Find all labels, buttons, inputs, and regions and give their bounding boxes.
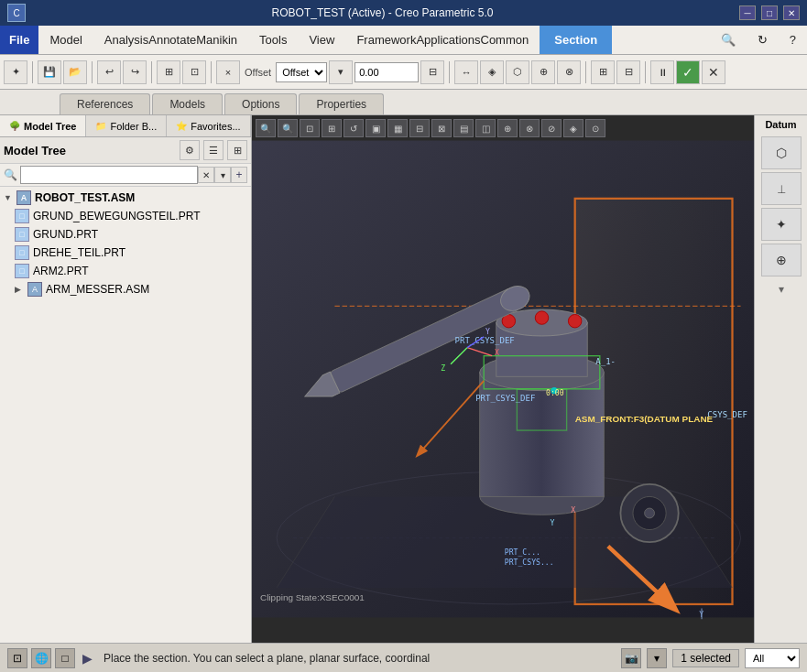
vp-zoom-in[interactable]: 🔍 xyxy=(256,119,276,137)
menu-view[interactable]: View xyxy=(298,26,345,54)
menu-tools[interactable]: Tools xyxy=(248,26,298,54)
scene-svg: PRT_CSYS_DEF X Z Y PRT_CSYS_DEF 0:00 A_1… xyxy=(252,115,754,643)
tree-columns-btn[interactable]: ☰ xyxy=(203,140,224,160)
offset-arrow[interactable]: ▾ xyxy=(329,60,353,84)
filter-select[interactable]: All xyxy=(745,648,800,668)
svg-text:Y: Y xyxy=(551,518,555,527)
mt-tab-folder[interactable]: 📁 Folder B... xyxy=(86,115,167,136)
vp-view1[interactable]: ▣ xyxy=(365,119,386,137)
vp-wire[interactable]: ◫ xyxy=(475,119,496,137)
datum-axis-btn[interactable]: ⟂ xyxy=(761,172,802,205)
tree-search-options[interactable]: ▾ xyxy=(214,167,231,183)
tb-arrow-btn[interactable]: ↔ xyxy=(454,60,478,84)
tree-expand-btn[interactable]: ⊞ xyxy=(227,140,247,160)
svg-text:A_1-: A_1- xyxy=(595,357,616,366)
vp-display5[interactable]: ⊙ xyxy=(585,119,605,137)
vp-shade[interactable]: ▤ xyxy=(453,119,474,137)
svg-text:PRT_C...: PRT_C... xyxy=(505,547,540,557)
datum-csys-btn[interactable]: ⊕ xyxy=(761,244,802,276)
viewport[interactable]: PRT_CSYS_DEF X Z Y PRT_CSYS_DEF 0:00 A_1… xyxy=(252,115,754,643)
vp-view4[interactable]: ⊠ xyxy=(431,119,452,137)
minimize-button[interactable]: ─ xyxy=(739,5,756,20)
vp-rotate[interactable]: ↺ xyxy=(344,119,364,137)
tab-references[interactable]: References xyxy=(60,93,150,114)
tb-icon-btn-1[interactable]: ✦ xyxy=(4,60,27,84)
status-icon-1[interactable]: ⊡ xyxy=(7,648,27,668)
tb-open-btn[interactable]: 📂 xyxy=(63,60,87,84)
svg-text:X: X xyxy=(495,348,499,357)
tb-square-btn[interactable]: ⊞ xyxy=(591,60,615,84)
tree-add-btn[interactable]: + xyxy=(231,167,247,183)
help-refresh-button[interactable]: ↻ xyxy=(747,26,779,54)
vp-display3[interactable]: ⊘ xyxy=(541,119,562,137)
mt-tab-model-tree[interactable]: 🌳 Model Tree xyxy=(0,115,86,136)
vp-view2[interactable]: ▦ xyxy=(387,119,408,137)
vp-view3[interactable]: ⊟ xyxy=(409,119,430,137)
tree-search-row: 🔍 ✕ ▾ + xyxy=(0,164,251,187)
offset-type-select[interactable]: Offset xyxy=(276,62,327,82)
close-button[interactable]: ✕ xyxy=(783,5,800,20)
tb-square2-btn[interactable]: ⊟ xyxy=(616,60,640,84)
maximize-button[interactable]: □ xyxy=(761,5,778,20)
tree-settings-btn[interactable]: ⚙ xyxy=(180,140,200,160)
tree-search-clear[interactable]: ✕ xyxy=(198,167,214,183)
datum-csys-icon: ⊕ xyxy=(776,253,787,267)
menu-analysis[interactable]: AnalysisAnnotateManikin xyxy=(93,26,248,54)
search-button[interactable]: 🔍 xyxy=(710,26,747,54)
tb-ok-btn[interactable]: ✓ xyxy=(676,60,700,84)
status-icon-2[interactable]: 🌐 xyxy=(31,648,51,668)
vp-display1[interactable]: ⊕ xyxy=(497,119,518,137)
status-icon-3[interactable]: □ xyxy=(55,648,75,668)
model-tree-tabs: 🌳 Model Tree 📁 Folder B... ⭐ Favorites..… xyxy=(0,115,251,137)
tree-node-arm2[interactable]: □ ARM2.PRT xyxy=(0,262,251,280)
tree-node-root[interactable]: ▼ A ROBOT_TEST.ASM xyxy=(0,189,251,207)
vp-pan[interactable]: ⊞ xyxy=(322,119,342,137)
status-arrow-btn[interactable]: ▾ xyxy=(647,648,667,668)
tb-plane-btn[interactable]: ⬡ xyxy=(506,60,529,84)
menu-section[interactable]: Section xyxy=(540,26,612,54)
camera-icon[interactable]: 📷 xyxy=(621,648,641,668)
tab-options[interactable]: Options xyxy=(224,93,297,114)
datum-point-btn[interactable]: ✦ xyxy=(761,208,802,241)
tb-pause-btn[interactable]: ⏸ xyxy=(650,60,674,84)
left-panel: 🌳 Model Tree 📁 Folder B... ⭐ Favorites..… xyxy=(0,115,252,643)
vp-zoom-out[interactable]: 🔍 xyxy=(278,119,298,137)
tree-node-grund[interactable]: □ GRUND.PRT xyxy=(0,225,251,244)
toolbar-separator-4 xyxy=(211,61,212,83)
menu-model[interactable]: Model xyxy=(38,26,93,54)
tb-redo-btn[interactable]: ↪ xyxy=(123,60,147,84)
status-message: Place the section. You can select a plan… xyxy=(100,652,614,665)
tree-node-arm-messer[interactable]: ▶ A ARM_MESSER.ASM xyxy=(0,280,251,298)
prt-icon-2: □ xyxy=(15,227,29,242)
asm-icon-arm: A xyxy=(27,282,42,297)
datum-expand-arrow[interactable]: ▾ xyxy=(779,283,784,296)
tab-properties[interactable]: Properties xyxy=(299,93,384,114)
tb-cancel-btn[interactable]: ✕ xyxy=(702,60,725,84)
datum-plane-btn[interactable]: ⬡ xyxy=(761,136,802,169)
toolbar-separator-2 xyxy=(92,61,93,83)
tree-node-drehe[interactable]: □ DREHE_TEIL.PRT xyxy=(0,244,251,262)
offset-icon[interactable]: × xyxy=(216,60,240,84)
tb-misc-btn[interactable]: ⊞ xyxy=(157,60,180,84)
tab-models[interactable]: Models xyxy=(152,93,223,114)
viewport-toolbar: 🔍 🔍 ⊡ ⊞ ↺ ▣ ▦ ⊟ ⊠ ▤ ◫ ⊕ ⊗ ⊘ ◈ ⊙ xyxy=(256,119,750,137)
menu-framework[interactable]: FrameworkApplicationsCommon xyxy=(345,26,540,54)
menu-file[interactable]: File xyxy=(0,26,38,54)
svg-text:PRT_CSYS_DEF: PRT_CSYS_DEF xyxy=(475,394,535,403)
offset-units-btn[interactable]: ⊟ xyxy=(420,60,444,84)
tree-search-input[interactable] xyxy=(20,166,198,184)
tb-misc2-btn[interactable]: ⊡ xyxy=(182,60,206,84)
vp-zoom-fit[interactable]: ⊡ xyxy=(300,119,320,137)
offset-value-input[interactable] xyxy=(354,62,419,82)
tb-shape-btn[interactable]: ◈ xyxy=(480,60,504,84)
svg-point-26 xyxy=(645,508,655,518)
help-button[interactable]: ? xyxy=(779,26,807,54)
tb-undo-btn[interactable]: ↩ xyxy=(97,60,121,84)
vp-display4[interactable]: ◈ xyxy=(563,119,583,137)
tb-symbol-btn[interactable]: ⊕ xyxy=(531,60,555,84)
tb-symbol2-btn[interactable]: ⊗ xyxy=(557,60,581,84)
vp-display2[interactable]: ⊗ xyxy=(519,119,540,137)
tb-save-btn[interactable]: 💾 xyxy=(38,60,61,84)
tree-node-grund-bewegung[interactable]: □ GRUND_BEWEGUNGSTEIL.PRT xyxy=(0,207,251,225)
mt-tab-favorites[interactable]: ⭐ Favorites... xyxy=(167,115,250,136)
